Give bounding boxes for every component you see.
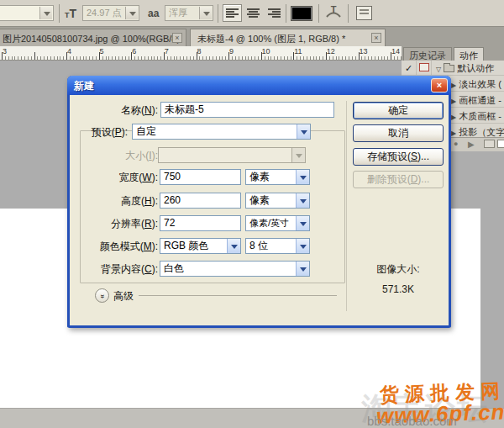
dialog-toggle-icon [419, 63, 429, 71]
text-color-swatch[interactable] [291, 6, 312, 21]
separator [318, 4, 319, 23]
size-label: 大小(I): [78, 148, 158, 163]
dialog-titlebar[interactable]: 新建 × [67, 76, 451, 95]
new-action-icon[interactable] [497, 140, 504, 148]
new-set-folder-icon[interactable] [484, 140, 495, 148]
font-size-value: 24.97 点 [87, 8, 122, 18]
modal-control-cell[interactable] [417, 61, 432, 75]
document-tab-bar: 图片20140508100734.jpg @ 100%(RGB/8) × 未标题… [0, 27, 504, 46]
anti-alias-value: 浑厚 [169, 8, 187, 18]
chevron-down-icon[interactable] [296, 193, 309, 208]
double-chevron-icon: » [96, 294, 108, 297]
height-unit-select[interactable]: 像素 [245, 193, 310, 209]
align-right-icon [267, 8, 281, 18]
ruler-number: 14 [391, 47, 400, 55]
watermark-bbs-url: bbs.taobao.com [367, 414, 457, 428]
tab-untitled-document[interactable]: 未标题-4 @ 100% (图层 1, RGB/8) * × [190, 29, 386, 46]
cancel-button[interactable]: 取消 [353, 124, 444, 142]
expand-triangle-icon[interactable]: ▶ [451, 94, 456, 108]
action-label: 投影（文字 [459, 127, 504, 137]
align-left-button[interactable] [223, 4, 242, 22]
expand-triangle-icon[interactable]: ▶ [451, 78, 456, 92]
color-mode-label: 颜色模式(M): [78, 239, 158, 254]
name-label: 名称(N): [78, 103, 158, 118]
tab-history[interactable]: 历史记录 [403, 47, 452, 61]
name-input[interactable]: 未标题-5 [160, 102, 334, 118]
size-select[interactable] [158, 147, 306, 163]
chevron-down-icon[interactable] [296, 262, 309, 276]
close-icon[interactable]: × [172, 33, 182, 43]
toggle-palettes-icon[interactable] [356, 6, 372, 20]
close-icon[interactable]: × [431, 78, 448, 92]
tab-image-document[interactable]: 图片20140508100734.jpg @ 100%(RGB/8) × [0, 29, 186, 46]
warp-text-icon[interactable]: T [324, 4, 343, 24]
action-set-row[interactable]: ✓ ▽默认动作 [402, 61, 504, 76]
separator [348, 4, 349, 23]
background-select[interactable]: 白色 [160, 261, 310, 277]
color-mode-select[interactable]: RGB 颜色 [160, 238, 241, 254]
ruler-number: 5 [100, 47, 104, 55]
action-label: 淡出效果 ( [459, 79, 501, 89]
chevron-down-icon[interactable] [199, 7, 212, 19]
ruler-number: 9 [229, 47, 234, 55]
save-preset-button[interactable]: 存储预设(S)... [353, 148, 444, 166]
bit-depth-select[interactable]: 8 位 [245, 238, 310, 254]
ruler-number: 10 [262, 47, 270, 55]
align-right-button[interactable] [265, 4, 284, 22]
height-input[interactable]: 260 [160, 193, 241, 209]
chevron-down-icon[interactable] [297, 124, 310, 139]
action-set-label: 默认动作 [457, 63, 494, 73]
tab-actions[interactable]: 动作 [454, 47, 484, 61]
anti-alias-select[interactable]: 浑厚 [165, 5, 213, 21]
height-label: 高度(H): [78, 193, 158, 209]
dialog-divider [346, 101, 347, 311]
play-icon[interactable]: ▶ [468, 140, 475, 149]
font-size-icon: TT [65, 7, 76, 20]
chevron-down-icon[interactable] [125, 7, 138, 19]
background-value: 白色 [164, 262, 184, 274]
advanced-expand-button[interactable]: » [95, 288, 109, 303]
action-label: 画框通道 - [459, 95, 501, 105]
dialog-title: 新建 [74, 79, 94, 93]
ruler-number: 3 [3, 47, 7, 55]
record-icon[interactable]: ● [454, 140, 458, 148]
image-size-label: 图像大小: [353, 262, 444, 277]
width-unit-value: 像素 [249, 171, 270, 182]
ruler-number: 4 [67, 47, 71, 55]
separator [286, 4, 286, 23]
chevron-down-icon[interactable] [296, 170, 309, 184]
chevron-down-icon[interactable] [296, 216, 309, 230]
expand-triangle-icon[interactable]: ▶ [451, 110, 456, 124]
background-label: 背景内容(C): [78, 262, 158, 277]
chevron-down-icon[interactable] [39, 7, 52, 19]
advanced-label: 高级 [113, 288, 164, 304]
preset-label: 预设(P): [78, 124, 128, 140]
chevron-down-icon[interactable] [296, 239, 309, 253]
color-mode-value: RGB 颜色 [164, 240, 208, 251]
ruler-number: 12 [327, 47, 335, 55]
ruler-number: 7 [165, 47, 169, 55]
align-left-icon [225, 8, 239, 18]
include-checkbox[interactable]: ✓ [402, 61, 417, 75]
row-content: ▶淡出效果 ( [449, 77, 501, 92]
width-unit-select[interactable]: 像素 [245, 169, 310, 185]
height-unit-value: 像素 [249, 194, 270, 206]
font-size-select[interactable]: 24.97 点 [82, 5, 139, 21]
resolution-input[interactable]: 72 [160, 215, 241, 231]
ruler-number: 8 [197, 47, 201, 55]
resolution-label: 分辨率(R): [78, 216, 158, 231]
width-label: 宽度(W): [78, 170, 158, 185]
width-input[interactable]: 750 [160, 169, 241, 185]
collapse-arrow-icon[interactable]: ▽ [436, 62, 441, 76]
preset-select[interactable]: 自定 [132, 124, 311, 140]
chevron-down-icon[interactable] [227, 239, 240, 253]
ok-button[interactable]: 确定 [353, 102, 444, 119]
resolution-unit-select[interactable]: 像素/英寸 [245, 215, 310, 231]
align-center-button[interactable] [244, 4, 263, 22]
close-icon[interactable]: × [371, 33, 381, 43]
set-row-content: ▽默认动作 [433, 61, 494, 76]
action-label: 木质画框 - [459, 111, 501, 121]
ruler-number: 13 [359, 47, 367, 55]
font-family-select[interactable] [0, 5, 54, 21]
tab-label: 图片20140508100734.jpg @ 100%(RGB/8) [3, 34, 180, 44]
